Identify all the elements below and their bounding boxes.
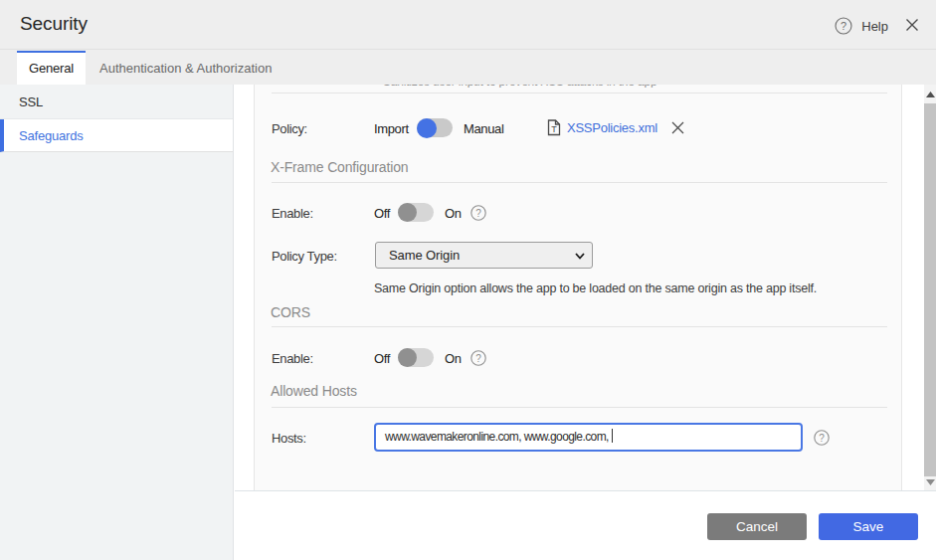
svg-text:T: T [551,124,557,134]
svg-text:?: ? [841,20,846,32]
svg-text:?: ? [475,353,481,364]
svg-text:?: ? [819,433,825,444]
svg-text:?: ? [475,208,481,219]
